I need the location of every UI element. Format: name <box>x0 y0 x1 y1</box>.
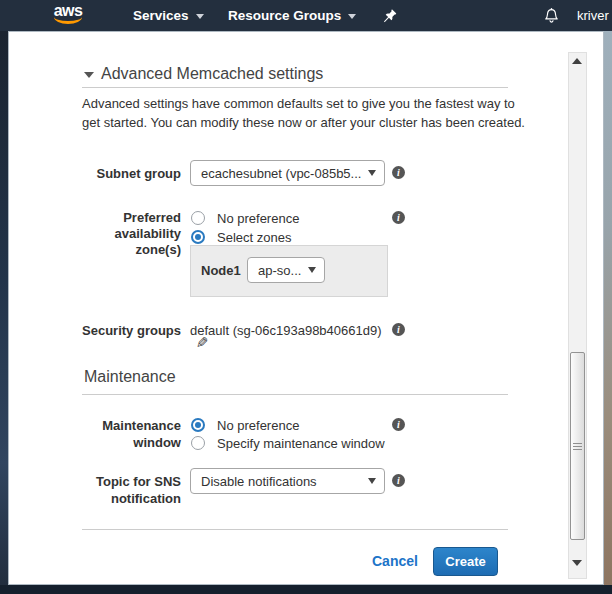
radio-maintenance-specify[interactable] <box>191 436 205 450</box>
dropdown-caret-icon <box>308 267 316 273</box>
section-title-maintenance: Maintenance <box>84 368 176 386</box>
info-icon[interactable]: i <box>392 166 405 179</box>
dropdown-caret-icon <box>368 170 376 176</box>
aws-logo-text: aws <box>52 3 84 19</box>
preferred-az-label: Preferred availability zone(s) <box>21 210 181 258</box>
subnet-group-value: ecachesubnet (vpc-085b5... <box>201 166 361 181</box>
nav-username: kriver <box>577 8 609 23</box>
radio-az-no-preference[interactable] <box>191 211 205 225</box>
chevron-down-icon <box>196 14 204 19</box>
info-icon[interactable]: i <box>392 418 405 431</box>
info-icon[interactable]: i <box>392 211 405 224</box>
nav-user-menu[interactable]: kriver <box>577 0 609 31</box>
scrollbar-thumb[interactable] <box>570 352 585 540</box>
divider <box>82 394 508 395</box>
chevron-down-icon <box>348 14 356 19</box>
radio-maintenance-no-preference-label: No preference <box>217 418 299 433</box>
bell-icon[interactable] <box>543 0 560 31</box>
subnet-group-select[interactable]: ecachesubnet (vpc-085b5... <box>190 160 385 186</box>
divider <box>82 87 508 88</box>
pushpin-icon[interactable] <box>383 0 397 31</box>
node1-label: Node1 <box>201 263 241 278</box>
radio-az-no-preference-label: No preference <box>217 211 299 226</box>
sns-topic-label: Topic for SNS notification <box>21 473 181 507</box>
security-groups-value: default (sg-06c193a98b40661d9) <box>190 323 382 338</box>
background-edge-left <box>0 31 8 585</box>
nav-services-menu[interactable]: Services <box>133 0 204 31</box>
maintenance-window-label: Maintenance window <box>21 417 181 451</box>
scrollbar-down-button[interactable] <box>572 560 582 566</box>
nav-resource-groups-menu[interactable]: Resource Groups <box>228 0 356 31</box>
radio-maintenance-no-preference[interactable] <box>191 418 205 432</box>
node1-az-value: ap-so... <box>258 263 301 278</box>
sns-topic-value: Disable notifications <box>201 474 317 489</box>
subnet-group-label: Subnet group <box>21 166 181 181</box>
background-edge-bottom <box>0 585 612 594</box>
elasticache-create-page: aws Services Resource Groups kriver <box>0 0 612 594</box>
create-button[interactable]: Create <box>433 547 498 576</box>
info-icon[interactable]: i <box>392 323 405 336</box>
section-description-line2: get started. You can modify these now or… <box>82 115 525 130</box>
aws-logo[interactable]: aws <box>52 3 84 24</box>
edit-pencil-icon[interactable]: ✎ <box>196 334 209 352</box>
radio-az-select-zones-label: Select zones <box>217 230 291 245</box>
node1-az-select[interactable]: ap-so... <box>247 257 325 283</box>
section-description-line1: Advanced settings have common defaults s… <box>82 96 515 111</box>
nav-services-label: Services <box>133 8 189 23</box>
scrollbar-up-button[interactable] <box>572 58 582 64</box>
cancel-button[interactable]: Cancel <box>372 553 418 569</box>
radio-maintenance-specify-label: Specify maintenance window <box>217 436 385 451</box>
aws-top-nav: aws Services Resource Groups kriver <box>0 0 612 31</box>
radio-az-select-zones[interactable] <box>191 230 205 244</box>
collapse-arrow-icon[interactable] <box>84 72 94 78</box>
nav-resource-groups-label: Resource Groups <box>228 8 341 23</box>
background-edge-right <box>604 31 612 585</box>
security-groups-label: Security groups <box>21 323 181 338</box>
dropdown-caret-icon <box>368 478 376 484</box>
divider <box>82 529 508 530</box>
sns-topic-select[interactable]: Disable notifications <box>190 468 385 494</box>
info-icon[interactable]: i <box>392 474 405 487</box>
section-title-advanced[interactable]: Advanced Memcached settings <box>101 65 323 83</box>
